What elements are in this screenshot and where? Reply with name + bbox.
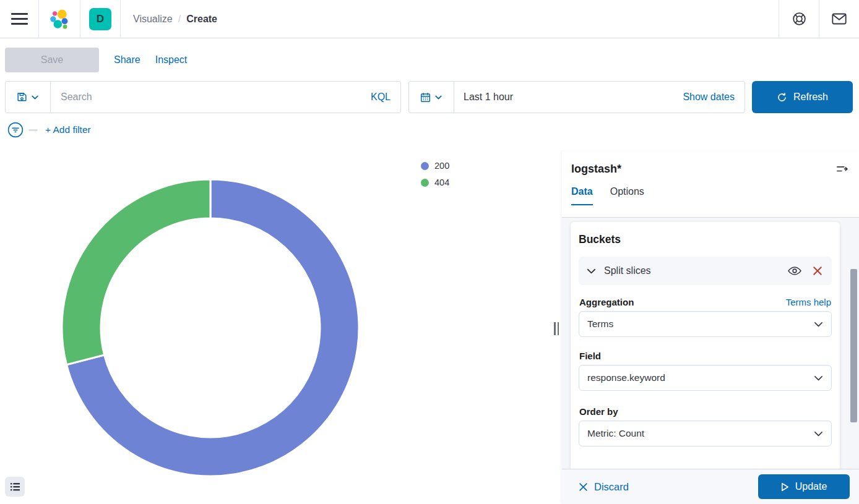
order-by-label: Order by <box>579 406 618 417</box>
buckets-title: Buckets <box>579 233 832 246</box>
refresh-button-label: Refresh <box>793 92 828 103</box>
breadcrumb-create: Create <box>186 14 217 25</box>
breadcrumb-visualize[interactable]: Visualize <box>133 14 173 25</box>
field-value: response.keyword <box>587 372 665 383</box>
tab-options[interactable]: Options <box>610 186 644 205</box>
visualization-editor-panel: logstash* Data Options Buckets Split sli… <box>562 152 859 504</box>
field-select[interactable]: response.keyword <box>579 365 832 391</box>
date-picker-bar: Last 1 hour Show dates <box>408 81 745 113</box>
aggregation-value: Terms <box>587 318 613 330</box>
chevron-down-icon <box>434 93 442 101</box>
editor-panel-footer: Discard Update <box>562 469 859 504</box>
save-button[interactable]: Save <box>5 48 99 72</box>
search-bar: KQL <box>5 81 401 113</box>
chevron-down-icon <box>814 320 823 329</box>
visualize-action-bar: Save Share Inspect <box>5 48 187 72</box>
legend-item-200[interactable]: 200 <box>421 161 449 171</box>
space-selector[interactable]: D <box>80 0 120 38</box>
help-life-ring-icon <box>792 12 806 26</box>
filter-icon[interactable] <box>7 122 24 138</box>
top-navigation-bar: D Visualize / Create <box>0 0 859 38</box>
order-by-select[interactable]: Metric: Count <box>579 421 832 446</box>
menu-hamburger-button[interactable] <box>0 0 38 38</box>
mail-icon <box>832 13 847 25</box>
refresh-button[interactable]: Refresh <box>752 81 853 113</box>
visualization-canvas: 200 404 <box>0 152 551 504</box>
editor-panel-header: logstash* Data Options <box>562 152 859 218</box>
index-pattern-title: logstash* <box>571 163 621 176</box>
inspect-button[interactable]: Inspect <box>155 54 188 66</box>
date-quick-select-button[interactable] <box>409 82 454 113</box>
legend-toggle-button[interactable] <box>5 477 25 497</box>
newsfeed-button[interactable] <box>819 0 859 38</box>
collapse-panel-button[interactable] <box>835 163 849 176</box>
update-button-label: Update <box>795 481 827 492</box>
refresh-icon <box>777 92 787 103</box>
chart-legend: 200 404 <box>421 161 449 187</box>
split-slices-row[interactable]: Split slices <box>579 257 832 285</box>
legend-dot-404 <box>421 179 429 187</box>
terms-help-link[interactable]: Terms help <box>786 297 831 307</box>
time-range-value[interactable]: Last 1 hour <box>454 92 513 103</box>
eye-icon <box>788 266 801 276</box>
save-query-icon <box>17 92 27 103</box>
legend-item-404[interactable]: 404 <box>421 177 449 187</box>
update-button[interactable]: Update <box>758 474 850 499</box>
remove-x-icon <box>813 266 822 276</box>
editor-panel-body: Buckets Split slices <box>562 218 859 469</box>
aggregation-label: Aggregation <box>579 297 634 307</box>
field-label: Field <box>579 351 601 361</box>
buckets-card: Buckets Split slices <box>571 222 840 469</box>
help-button[interactable] <box>779 0 819 38</box>
share-button[interactable]: Share <box>114 54 140 66</box>
panel-resize-handle[interactable] <box>553 321 560 336</box>
pie-slice-404[interactable] <box>62 179 210 365</box>
legend-label-200[interactable]: 200 <box>434 161 449 171</box>
play-icon <box>781 482 789 492</box>
saved-query-menu-button[interactable] <box>6 82 51 113</box>
filter-bar-dash <box>28 129 38 131</box>
legend-dot-200 <box>421 162 429 170</box>
legend-label-404[interactable]: 404 <box>434 177 449 187</box>
close-x-icon <box>579 482 588 492</box>
chevron-down-icon <box>814 429 823 438</box>
breadcrumb: Visualize / Create <box>121 14 217 25</box>
show-dates-link[interactable]: Show dates <box>683 92 745 103</box>
tab-data[interactable]: Data <box>571 186 593 205</box>
editor-tabs: Data Options <box>571 186 849 205</box>
filter-bar: + Add filter <box>7 122 91 138</box>
chevron-down-icon <box>31 93 39 101</box>
elastic-logo-icon <box>49 9 70 30</box>
topbar-right-actions <box>779 0 859 38</box>
donut-chart <box>0 152 551 504</box>
kql-language-button[interactable]: KQL <box>361 92 400 103</box>
space-badge[interactable]: D <box>89 8 111 30</box>
list-icon <box>10 482 20 492</box>
discard-button-label: Discard <box>594 481 629 493</box>
elastic-logo[interactable] <box>39 0 80 38</box>
search-input[interactable] <box>51 92 361 103</box>
calendar-icon <box>420 92 431 103</box>
discard-button[interactable]: Discard <box>579 481 629 493</box>
breadcrumb-separator: / <box>178 14 181 25</box>
order-by-value: Metric: Count <box>587 428 644 439</box>
menu-right-icon <box>836 164 848 174</box>
chevron-down-icon <box>814 374 823 383</box>
add-filter-link[interactable]: + Add filter <box>45 124 91 135</box>
panel-scrollbar-thumb[interactable] <box>850 269 857 422</box>
aggregation-select[interactable]: Terms <box>579 311 832 337</box>
split-slices-label[interactable]: Split slices <box>604 265 651 276</box>
toggle-visibility-button[interactable] <box>787 265 803 277</box>
chevron-down-icon[interactable] <box>587 267 596 276</box>
remove-bucket-button[interactable] <box>811 265 824 277</box>
